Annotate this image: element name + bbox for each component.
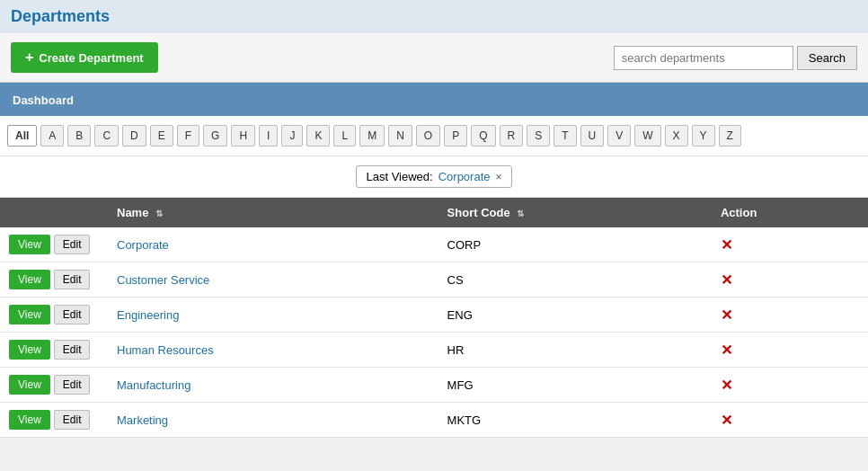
- row-short-code: ENG: [438, 298, 712, 333]
- row-name: Corporate: [108, 227, 438, 262]
- alpha-btn-i[interactable]: I: [259, 125, 278, 147]
- table-header-name[interactable]: Name ⇅: [108, 198, 438, 227]
- row-action-buttons: View Edit: [0, 368, 108, 403]
- sort-icon: ⇅: [517, 209, 524, 218]
- department-link[interactable]: Customer Service: [117, 273, 209, 287]
- view-button[interactable]: View: [9, 340, 50, 360]
- alpha-btn-all[interactable]: All: [7, 125, 37, 147]
- table-row: View Edit CorporateCORP✕: [0, 227, 868, 262]
- department-link[interactable]: Corporate: [117, 238, 169, 252]
- table-row: View Edit MarketingMKTG✕: [0, 403, 868, 438]
- alpha-btn-k[interactable]: K: [306, 125, 330, 147]
- alpha-btn-z[interactable]: Z: [719, 125, 741, 147]
- delete-icon[interactable]: ✕: [721, 413, 732, 428]
- row-name: Customer Service: [108, 262, 438, 298]
- alpha-btn-g[interactable]: G: [203, 125, 227, 147]
- alpha-btn-p[interactable]: P: [444, 125, 467, 147]
- alpha-btn-v[interactable]: V: [607, 125, 631, 147]
- view-button[interactable]: View: [9, 375, 50, 395]
- delete-icon[interactable]: ✕: [721, 272, 732, 288]
- sort-icon: ⇅: [155, 209, 163, 218]
- department-link[interactable]: Human Resources: [117, 343, 214, 357]
- alpha-btn-w[interactable]: W: [634, 125, 660, 147]
- view-button[interactable]: View: [9, 305, 50, 324]
- create-department-label: Create Department: [39, 51, 143, 65]
- alpha-btn-t[interactable]: T: [554, 125, 576, 147]
- search-button[interactable]: Search: [797, 46, 857, 70]
- edit-button[interactable]: Edit: [54, 375, 91, 395]
- table-row: View Edit Human ResourcesHR✕: [0, 333, 868, 368]
- departments-table: Name ⇅Short Code ⇅Action View Edit Corpo…: [0, 198, 868, 438]
- alpha-btn-q[interactable]: Q: [471, 125, 495, 147]
- last-viewed-tag: Last Viewed:Corporate ×: [356, 165, 511, 188]
- row-delete: ✕: [712, 368, 868, 403]
- departments-table-container: Name ⇅Short Code ⇅Action View Edit Corpo…: [0, 198, 868, 438]
- delete-icon[interactable]: ✕: [721, 342, 732, 358]
- alpha-btn-e[interactable]: E: [150, 125, 173, 147]
- department-link[interactable]: Engineering: [117, 308, 179, 322]
- row-short-code: HR: [438, 333, 712, 368]
- alpha-btn-d[interactable]: D: [122, 125, 146, 147]
- alpha-btn-s[interactable]: S: [527, 125, 550, 147]
- edit-button[interactable]: Edit: [54, 270, 91, 289]
- alpha-btn-j[interactable]: J: [281, 125, 303, 147]
- dashboard-bar: Dashboard: [0, 83, 868, 116]
- toolbar: + Create Department Search: [0, 33, 868, 83]
- alpha-btn-n[interactable]: N: [388, 125, 412, 147]
- alpha-btn-h[interactable]: H: [231, 125, 255, 147]
- edit-button[interactable]: Edit: [54, 305, 91, 324]
- alpha-btn-b[interactable]: B: [67, 125, 91, 147]
- row-delete: ✕: [712, 298, 868, 333]
- search-input[interactable]: [614, 46, 793, 70]
- row-short-code: MFG: [438, 368, 712, 403]
- view-button[interactable]: View: [9, 410, 50, 430]
- top-bar: Departments: [0, 0, 868, 33]
- row-action-buttons: View Edit: [0, 333, 108, 368]
- row-name: Manufacturing: [108, 368, 438, 403]
- row-name: Engineering: [108, 298, 438, 333]
- row-action-buttons: View Edit: [0, 262, 108, 298]
- table-header-short-code[interactable]: Short Code ⇅: [438, 198, 712, 227]
- department-link[interactable]: Marketing: [117, 413, 168, 427]
- row-name: Marketing: [108, 403, 438, 438]
- alpha-btn-o[interactable]: O: [416, 125, 440, 147]
- alpha-btn-l[interactable]: L: [333, 125, 356, 147]
- alpha-btn-c[interactable]: C: [94, 125, 119, 147]
- edit-button[interactable]: Edit: [54, 235, 91, 254]
- delete-icon[interactable]: ✕: [721, 307, 732, 323]
- row-delete: ✕: [712, 227, 868, 262]
- edit-button[interactable]: Edit: [54, 410, 91, 430]
- alpha-btn-u[interactable]: U: [580, 125, 605, 147]
- view-button[interactable]: View: [9, 235, 50, 254]
- department-link[interactable]: Manufacturing: [117, 378, 190, 392]
- row-action-buttons: View Edit: [0, 298, 108, 333]
- row-short-code: CORP: [438, 227, 712, 262]
- search-area: Search: [614, 46, 857, 70]
- alpha-btn-m[interactable]: M: [359, 125, 385, 147]
- table-header-row: Name ⇅Short Code ⇅Action: [0, 198, 868, 227]
- alpha-btn-a[interactable]: A: [40, 125, 64, 147]
- view-button[interactable]: View: [9, 270, 50, 289]
- alpha-btn-y[interactable]: Y: [692, 125, 715, 147]
- table-header-actions-empty: [0, 198, 108, 227]
- last-viewed-bar: Last Viewed:Corporate ×: [0, 156, 868, 198]
- table-header-action: Action: [712, 198, 868, 227]
- row-name: Human Resources: [108, 333, 438, 368]
- last-viewed-label: Last Viewed:: [366, 170, 432, 183]
- row-action-buttons: View Edit: [0, 403, 108, 438]
- row-short-code: CS: [438, 262, 712, 298]
- alphabet-bar: AllABCDEFGHIJKLMNOPQRSTUVWXYZ: [0, 116, 868, 156]
- delete-icon[interactable]: ✕: [721, 237, 732, 253]
- last-viewed-close-icon[interactable]: ×: [496, 171, 502, 183]
- page-title: Departments: [11, 7, 110, 25]
- alpha-btn-f[interactable]: F: [177, 125, 199, 147]
- delete-icon[interactable]: ✕: [721, 378, 732, 393]
- last-viewed-link[interactable]: Corporate: [438, 170, 491, 183]
- alpha-btn-x[interactable]: X: [665, 125, 688, 147]
- dashboard-label: Dashboard: [13, 93, 74, 107]
- create-department-button[interactable]: + Create Department: [11, 42, 158, 73]
- table-row: View Edit EngineeringENG✕: [0, 298, 868, 333]
- edit-button[interactable]: Edit: [54, 340, 91, 360]
- alpha-btn-r[interactable]: R: [500, 125, 524, 147]
- row-delete: ✕: [712, 403, 868, 438]
